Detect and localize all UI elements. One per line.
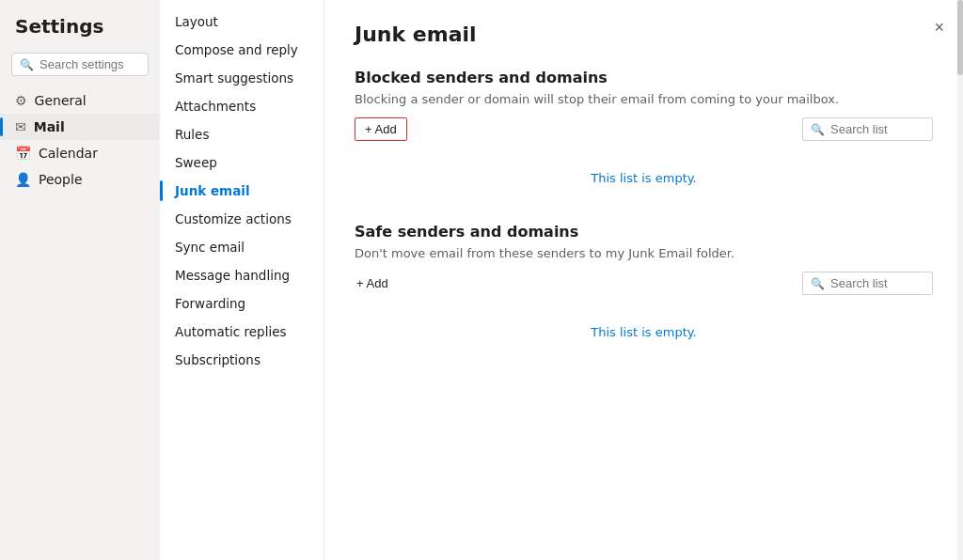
sidebar: Settings 🔍 ⚙ General ✉ Mail 📅 Calendar 👤… xyxy=(0,0,160,560)
content-area: Junk email Blocked senders and domains B… xyxy=(324,0,963,560)
subnav-message-handling[interactable]: Message handling xyxy=(160,261,324,289)
search-settings-icon: 🔍 xyxy=(20,58,34,71)
sidebar-item-mail[interactable]: ✉ Mail xyxy=(0,114,160,140)
blocked-search-wrap[interactable]: 🔍 xyxy=(802,117,933,141)
close-button[interactable]: × xyxy=(930,15,948,39)
subnav-subscriptions[interactable]: Subscriptions xyxy=(160,346,324,374)
subnav-customize-actions[interactable]: Customize actions xyxy=(160,205,324,233)
sidebar-item-label-people: People xyxy=(39,172,83,187)
blocked-search-input[interactable] xyxy=(830,122,924,136)
page-title: Junk email xyxy=(355,23,933,46)
people-icon: 👤 xyxy=(15,172,31,187)
blocked-empty-text: This list is empty. xyxy=(355,148,933,193)
subnav-layout[interactable]: Layout xyxy=(160,8,324,36)
sidebar-item-label-mail: Mail xyxy=(34,119,65,134)
subnav-forwarding[interactable]: Forwarding xyxy=(160,289,324,318)
subnav-sync-email[interactable]: Sync email xyxy=(160,233,324,261)
search-settings-input[interactable] xyxy=(39,57,140,71)
blocked-toolbar: + Add 🔍 xyxy=(355,117,933,141)
subnav-junk-email[interactable]: Junk email xyxy=(160,177,324,205)
safe-add-button[interactable]: + Add xyxy=(355,272,390,294)
gear-icon: ⚙ xyxy=(15,93,27,108)
blocked-senders-desc: Blocking a sender or domain will stop th… xyxy=(355,92,933,106)
scrollbar-thumb[interactable] xyxy=(957,0,963,75)
sidebar-item-label-general: General xyxy=(35,93,87,108)
subnav-sweep[interactable]: Sweep xyxy=(160,148,324,177)
subnav-attachments[interactable]: Attachments xyxy=(160,92,324,120)
safe-senders-section: Safe senders and domains Don't move emai… xyxy=(355,223,933,347)
search-settings-box[interactable]: 🔍 xyxy=(11,53,149,76)
blocked-search-icon: 🔍 xyxy=(811,123,825,136)
safe-empty-text: This list is empty. xyxy=(355,303,933,347)
main-panel: × Layout Compose and reply Smart suggest… xyxy=(160,0,963,560)
sidebar-item-general[interactable]: ⚙ General xyxy=(0,87,160,114)
sidebar-item-calendar[interactable]: 📅 Calendar xyxy=(0,140,160,166)
blocked-senders-section: Blocked senders and domains Blocking a s… xyxy=(355,69,933,193)
settings-layout: Layout Compose and reply Smart suggestio… xyxy=(160,0,963,560)
calendar-icon: 📅 xyxy=(15,146,31,161)
subnav-rules[interactable]: Rules xyxy=(160,120,324,148)
sidebar-item-people[interactable]: 👤 People xyxy=(0,166,160,193)
blocked-add-button[interactable]: + Add xyxy=(355,117,407,141)
sidebar-item-label-calendar: Calendar xyxy=(39,146,98,161)
subnav-compose-reply[interactable]: Compose and reply xyxy=(160,36,324,64)
subnav-smart-suggestions[interactable]: Smart suggestions xyxy=(160,64,324,92)
safe-search-wrap[interactable]: 🔍 xyxy=(802,272,933,295)
scrollbar-track[interactable] xyxy=(957,0,963,560)
safe-senders-desc: Don't move email from these senders to m… xyxy=(355,246,933,260)
sidebar-title: Settings xyxy=(0,15,160,53)
sub-navigation: Layout Compose and reply Smart suggestio… xyxy=(160,0,324,560)
mail-icon: ✉ xyxy=(15,119,26,134)
safe-search-icon: 🔍 xyxy=(811,277,825,290)
blocked-senders-title: Blocked senders and domains xyxy=(355,69,933,86)
subnav-automatic-replies[interactable]: Automatic replies xyxy=(160,318,324,346)
safe-search-input[interactable] xyxy=(830,276,924,290)
safe-senders-title: Safe senders and domains xyxy=(355,223,933,241)
safe-toolbar: + Add 🔍 xyxy=(355,272,933,295)
